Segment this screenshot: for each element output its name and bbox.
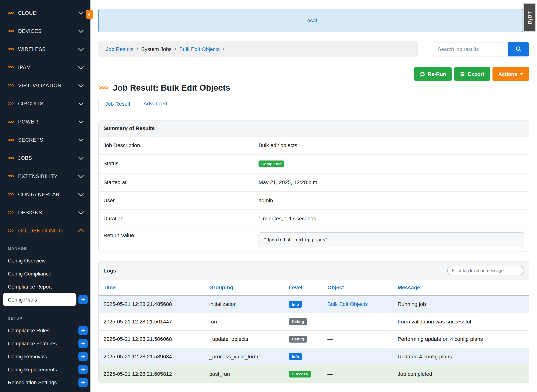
sidebar-item-compliance-rules[interactable]: Compliance Rules + — [0, 324, 90, 337]
log-message: Performing update on 4 config plans — [394, 331, 529, 348]
log-filter-input[interactable] — [447, 266, 524, 275]
sidebar-collapse-button[interactable] — [86, 10, 93, 19]
summary-value: admin — [259, 192, 529, 209]
add-config-plan-button[interactable]: + — [78, 295, 88, 304]
sidebar-item-jobs[interactable]: >>> JOBS — [0, 149, 90, 167]
environment-banner: Local — [98, 9, 523, 32]
search-icon — [516, 46, 522, 52]
triple-chevron-icon: >>> — [8, 101, 14, 106]
log-time: 2025-05-21 12:28:21.506068 — [99, 331, 206, 348]
log-object-cell: — — [324, 365, 394, 383]
chevron-down-icon — [78, 209, 84, 214]
chevron-down-icon — [78, 118, 84, 123]
triple-chevron-icon: >>> — [8, 83, 14, 88]
sidebar-item-config-replacements[interactable]: Config Replacements + — [0, 363, 90, 376]
sidebar-item-circuits[interactable]: >>> CIRCUITS — [0, 94, 90, 112]
log-row: 2025-05-21 12:28:21.605812 post_run Succ… — [99, 365, 529, 383]
summary-value: Bulk edit objects. — [259, 136, 529, 154]
breadcrumb: Job Results / System Jobs / Bulk Edit Ob… — [98, 41, 418, 57]
chevron-up-icon — [78, 229, 84, 234]
log-object-cell: — — [324, 313, 394, 331]
breadcrumb-bulk-edit-objects[interactable]: Bulk Edit Objects — [179, 46, 220, 52]
sidebar-item-remediation-settings[interactable]: Remediation Settings + — [0, 376, 90, 389]
log-level-cell: Info — [285, 295, 324, 313]
summary-value: May 21, 2025, 12:28 p.m. — [259, 173, 529, 191]
sidebar-item-compliance-report[interactable]: Compliance Report — [0, 280, 90, 293]
summary-row-user: User admin — [99, 191, 529, 209]
rerun-button[interactable]: Re-Run — [414, 67, 452, 81]
tab-bar: Job Result Advanced — [98, 97, 529, 111]
column-header-time[interactable]: Time — [99, 280, 206, 295]
triple-chevron-icon: >>> — [8, 192, 14, 197]
sidebar-item-containerlab[interactable]: >>> CONTAINERLAB — [0, 185, 90, 203]
triple-chevron-icon: >>> — [8, 155, 14, 160]
environment-banner-link[interactable]: Local — [304, 17, 317, 23]
log-object-link[interactable]: Bulk Edit Objects — [327, 301, 368, 307]
column-header-grouping[interactable]: Grouping — [206, 280, 285, 295]
export-button[interactable]: Export — [454, 67, 490, 81]
search-input[interactable] — [433, 42, 508, 56]
sidebar-item-config-compliance[interactable]: Config Compliance — [0, 267, 90, 280]
sidebar-heading-setup: SETUP — [0, 316, 90, 320]
sidebar-item-devices[interactable]: >>> DEVICES — [0, 22, 90, 40]
tab-advanced[interactable]: Advanced — [137, 97, 174, 111]
breadcrumb-separator: / — [174, 46, 176, 52]
level-badge-info: Info — [289, 353, 302, 360]
log-time: 2025-05-21 12:28:21.605812 — [99, 365, 206, 383]
triple-chevron-icon: >>> — [98, 84, 108, 92]
sidebar-item-config-plans-link[interactable]: Config Plans — [3, 293, 76, 306]
chevron-down-icon — [78, 82, 84, 87]
level-badge-success: Success — [289, 371, 311, 378]
add-compliance-rule-button[interactable]: + — [78, 326, 88, 335]
actions-dropdown-button[interactable]: Actions — [492, 67, 529, 81]
add-config-replacement-button[interactable]: + — [78, 365, 88, 374]
column-header-object[interactable]: Object — [324, 280, 394, 295]
triple-chevron-icon: >>> — [8, 10, 14, 15]
summary-label: Started at — [99, 173, 259, 191]
level-badge-debug: Debug — [289, 318, 307, 325]
sidebar-item-wireless[interactable]: >>> WIRELESS — [0, 40, 90, 58]
return-value-code: "Updated 4 config plans" — [259, 233, 524, 247]
sidebar-item-config-removals[interactable]: Config Removals + — [0, 350, 90, 363]
log-object-cell: — — [324, 348, 394, 365]
logs-table: Time Grouping Level Object Message 2025-… — [99, 280, 529, 383]
caret-down-icon — [520, 73, 523, 75]
level-badge-debug: Debug — [289, 336, 307, 343]
triple-chevron-icon: >>> — [8, 173, 14, 179]
sidebar-item-ipam[interactable]: >>> IPAM — [0, 58, 90, 76]
logs-header-row: Time Grouping Level Object Message — [99, 280, 529, 295]
tab-job-result[interactable]: Job Result — [98, 97, 137, 111]
breadcrumb-system-jobs: System Jobs — [141, 46, 172, 52]
column-header-message[interactable]: Message — [394, 280, 529, 295]
database-export-icon — [460, 71, 465, 76]
sidebar-item-secrets[interactable]: >>> SECRETS — [0, 131, 90, 149]
sidebar-item-compliance-features[interactable]: Compliance Features + — [0, 337, 90, 350]
chevron-down-icon — [78, 173, 84, 178]
add-config-removal-button[interactable]: + — [78, 352, 88, 361]
log-message: Job completed — [394, 365, 529, 383]
repeat-icon — [420, 71, 425, 76]
sidebar-item-extensibility[interactable]: >>> EXTENSIBILITY — [0, 167, 90, 185]
add-compliance-feature-button[interactable]: + — [78, 339, 88, 348]
search-button[interactable] — [508, 42, 529, 56]
sidebar-item-power[interactable]: >>> POWER — [0, 112, 90, 131]
sidebar-item-virtualization[interactable]: >>> VIRTUALIZATION — [0, 76, 90, 94]
column-header-level[interactable]: Level — [285, 280, 324, 295]
sidebar-item-config-overview[interactable]: Config Overview — [0, 254, 90, 267]
log-grouping: _process_valid_form — [206, 348, 285, 365]
log-row: 2025-05-21 12:28:21.485688 initializatio… — [99, 295, 529, 313]
sidebar-item-golden-config[interactable]: >>> GOLDEN CONFIG — [0, 221, 90, 240]
sidebar-item-cloud[interactable]: >>> CLOUD — [0, 4, 90, 22]
log-grouping: post_run — [206, 365, 285, 383]
breadcrumb-job-results[interactable]: Job Results — [106, 46, 134, 52]
log-grouping: _update_objects — [206, 331, 285, 348]
triple-chevron-icon: >>> — [8, 65, 14, 70]
logs-panel-title: Logs — [103, 267, 116, 274]
summary-row-duration: Duration 0 minutes, 0.17 seconds — [99, 209, 529, 228]
django-debug-toolbar-handle[interactable]: DjDT — [523, 3, 536, 32]
chevron-down-icon — [78, 64, 84, 69]
log-time: 2025-05-21 12:28:21.501447 — [99, 313, 206, 331]
triple-chevron-icon: >>> — [8, 47, 14, 52]
add-remediation-setting-button[interactable]: + — [78, 378, 88, 387]
sidebar-item-designs[interactable]: >>> DESIGNS — [0, 203, 90, 221]
